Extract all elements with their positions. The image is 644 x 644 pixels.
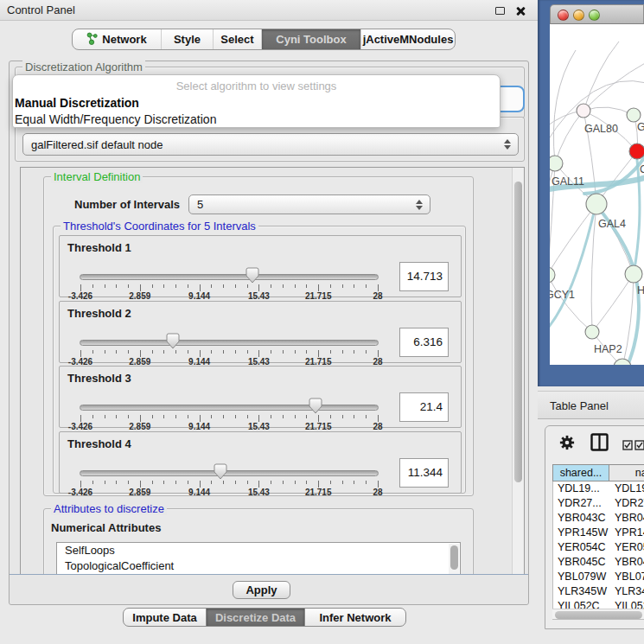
attributes-group: Attributes to discretize Numerical Attri… (43, 508, 474, 576)
close-icon[interactable] (515, 6, 526, 16)
tab-cyni-toolbox[interactable]: Cyni Toolbox (262, 29, 361, 49)
dropdown-prompt-option[interactable]: Select algorithm to view settings (13, 80, 500, 92)
cell-name[interactable]: YBR043C (610, 511, 644, 526)
network-node[interactable] (625, 265, 642, 283)
gear-icon[interactable] (559, 435, 575, 454)
cell-shared-name[interactable]: YLR345W (553, 584, 610, 599)
table-panel-title: Table Panel (550, 399, 609, 412)
minimize-traffic-light-icon[interactable] (573, 10, 584, 21)
tab-style-label: Style (174, 33, 201, 46)
cell-shared-name[interactable]: YDR27... (553, 496, 610, 511)
number-of-intervals-combobox[interactable]: 5 (188, 194, 430, 214)
network-node-label: GCY1 (550, 289, 575, 301)
network-node-label: GAL11 (552, 175, 584, 188)
cell-name[interactable]: YBL079W (610, 570, 644, 584)
table-row[interactable]: YDL19...YDL19... (553, 481, 644, 496)
table-row[interactable]: YIL052CYIL052C (553, 599, 644, 609)
split-columns-icon[interactable] (590, 433, 609, 455)
threshold-4-panel: Threshold 4 -3.4262.8599.14415.4321.7152… (59, 431, 462, 494)
cell-name[interactable]: YPR145W (610, 526, 644, 540)
network-node[interactable] (550, 267, 555, 283)
tab-discretize-data[interactable]: Discretize Data (207, 609, 305, 626)
table-row[interactable]: YDR27...YDR27... (553, 496, 644, 511)
threshold-3-panel: Threshold 3 -3.4262.8599.14415.4321.7152… (59, 366, 462, 428)
number-of-intervals-value: 5 (197, 198, 203, 211)
network-node[interactable] (629, 143, 644, 159)
threshold-3-value-field[interactable]: 21.4 (399, 392, 449, 422)
list-scrollbar[interactable] (449, 544, 459, 576)
slider-tick-labels: -3.4262.8599.14415.4321.71528 (80, 420, 378, 430)
numerical-attributes-label: Numerical Attributes (51, 521, 161, 534)
attributes-group-title: Attributes to discretize (51, 502, 167, 515)
column-header-shared-name[interactable]: shared... (552, 464, 609, 481)
network-node[interactable] (627, 108, 641, 122)
control-panel-title: Control Panel (7, 3, 75, 16)
network-node[interactable] (550, 156, 563, 171)
table-row[interactable]: YER054CYER054C (553, 540, 644, 555)
table-row[interactable]: YBL079WYBL079W (553, 570, 644, 584)
tab-network[interactable]: Network (73, 29, 162, 49)
table-rows[interactable]: YDL19...YDL19...YDR27...YDR27...YBR043CY… (552, 481, 644, 609)
list-item[interactable]: TopologicalCoefficient (57, 558, 460, 574)
table-row[interactable]: YPR145WYPR145W (553, 526, 644, 540)
control-panel-titlebar: Control Panel (0, 0, 538, 21)
tab-impute-data-label: Impute Data (132, 611, 196, 624)
algorithm-dropdown-popup: Select algorithm to view settings Manual… (12, 74, 501, 128)
table-data-combobox[interactable]: galFiltered.sif default node (22, 133, 519, 156)
cell-shared-name[interactable]: YIL052C (553, 599, 610, 609)
cell-shared-name[interactable]: YBL079W (553, 570, 610, 584)
threshold-2-value-field[interactable]: 6.316 (399, 328, 449, 357)
interval-definition-group: Interval Definition Number of Intervals … (43, 176, 474, 496)
cell-name[interactable]: YER054C (610, 540, 644, 555)
tab-impute-data[interactable]: Impute Data (124, 609, 207, 626)
threshold-4-value-field[interactable]: 11.344 (399, 458, 449, 488)
discretization-algorithm-group-title: Discretization Algorithm (22, 61, 145, 73)
list-item[interactable]: SelfLoops (57, 543, 460, 558)
control-panel-tabbar: Network Style Select Cyni Toolbox jActiv… (72, 29, 456, 50)
apply-row: Apply (10, 574, 528, 604)
cell-shared-name[interactable]: YPR145W (553, 526, 610, 540)
spinner-arrows-icon (504, 139, 511, 150)
tab-jactivemnodules[interactable]: jActiveMNodules (361, 29, 455, 49)
cell-shared-name[interactable]: YBR045C (553, 555, 610, 570)
table-row[interactable]: YBR043CYBR043C (553, 511, 644, 526)
network-node-label: HAP2 (594, 343, 622, 355)
network-node-label: G (637, 121, 644, 133)
close-traffic-light-icon[interactable] (558, 10, 569, 21)
network-graph-icon (86, 32, 98, 48)
cell-name[interactable]: YLR345W (610, 584, 644, 599)
tab-select-label: Select (220, 33, 253, 46)
table-row[interactable]: YLR345WYLR345W (553, 584, 644, 599)
interval-definition-group-title: Interval Definition (51, 170, 143, 183)
settings-vertical-scrollbar[interactable] (512, 168, 524, 575)
cell-name[interactable]: YDL19... (610, 481, 644, 496)
apply-button[interactable]: Apply (233, 581, 290, 599)
network-canvas[interactable]: GAL80GCGAL11GAL4GCY1HHAP2 (550, 24, 644, 365)
network-node-label: C (640, 163, 644, 175)
cell-name[interactable]: YBR045C (610, 555, 644, 570)
table-row[interactable]: YBR045CYBR045C (553, 555, 644, 570)
network-node[interactable] (577, 104, 590, 118)
network-window-titlebar (550, 4, 644, 24)
network-node[interactable] (585, 325, 599, 339)
column-header-name[interactable]: name (609, 464, 644, 481)
threshold-1-value-field[interactable]: 14.713 (399, 262, 449, 291)
checkbox-pair-icon[interactable] (622, 438, 644, 454)
cell-shared-name[interactable]: YBR043C (553, 511, 610, 526)
cell-shared-name[interactable]: YER054C (553, 540, 610, 555)
tab-infer-network[interactable]: Infer Network (305, 609, 405, 626)
cell-shared-name[interactable]: YDL19... (553, 481, 610, 496)
tab-network-label: Network (102, 33, 146, 46)
network-node[interactable] (586, 194, 607, 214)
float-window-icon[interactable] (495, 7, 505, 15)
zoom-traffic-light-icon[interactable] (589, 10, 600, 21)
dropdown-option-manual-discretization[interactable]: Manual Discretization (15, 96, 139, 110)
tab-style[interactable]: Style (162, 29, 214, 49)
network-view-window: GAL80GCGAL11GAL4GCY1HHAP2 (538, 0, 644, 386)
dropdown-option-equal-width-frequency[interactable]: Equal Width/Frequency Discretization (15, 112, 216, 126)
cell-name[interactable]: YDR27... (610, 496, 644, 511)
table-horizontal-scrollbar[interactable] (552, 609, 644, 620)
cell-name[interactable]: YIL052C (610, 599, 644, 609)
tab-select[interactable]: Select (214, 29, 262, 49)
settings-scrollpane: Interval Definition Number of Intervals … (20, 167, 525, 576)
